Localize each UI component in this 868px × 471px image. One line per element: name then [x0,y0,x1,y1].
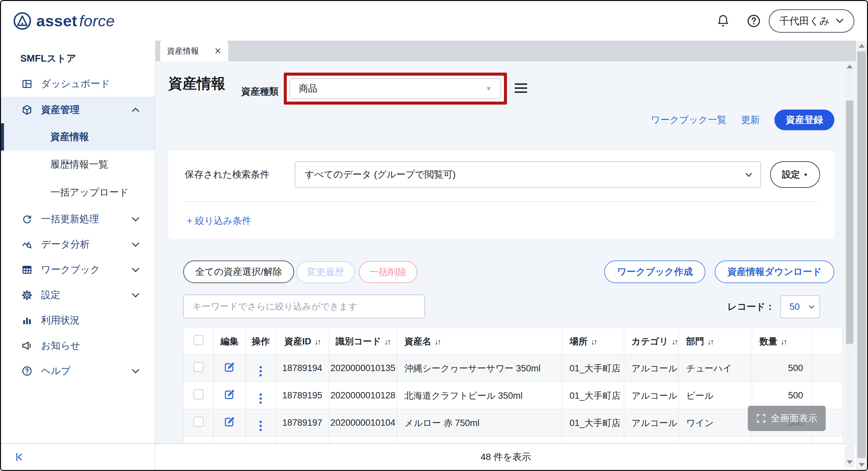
fullscreen-toggle-button[interactable]: 全画面表示 [748,406,826,431]
sort-icon[interactable]: ↓↑ [315,338,320,346]
col-quantity[interactable]: 数量↓↑ [752,328,812,355]
menu-hamburger-icon[interactable] [515,83,527,93]
cell-code: 2020000010104 [329,409,397,437]
scroll-down-arrow[interactable] [859,463,865,467]
edit-pencil-icon[interactable] [224,389,235,400]
sidebar-item-data-analysis[interactable]: データ分析 [1,232,155,257]
cell-location: 01_大手町店 [562,382,624,409]
sort-icon[interactable]: ↓↑ [384,338,390,346]
col-category[interactable]: カテゴリ↓↑ [624,328,679,355]
create-workbook-button[interactable]: ワークブック作成 [604,260,705,283]
app-window: assetforce 千代田くみ SMFLストア [0,0,868,471]
settings-button[interactable]: 設定 ▼ [770,161,820,188]
brand-word-force: force [79,12,115,30]
select-all-checkbox[interactable] [193,335,204,345]
brand-word-asset: asset [36,12,77,30]
gear-icon [20,288,34,302]
inner-scrollbar[interactable] [845,61,855,467]
sidebar-item-label: ダッシュボード [41,77,110,91]
kebab-menu-icon[interactable] [259,366,262,376]
collapse-sidebar-icon[interactable] [14,451,25,463]
scrollbar-thumb[interactable] [857,51,866,458]
sidebar-footer [1,444,156,470]
sidebar-item-bulk-update[interactable]: 一括更新処理 [1,207,155,232]
kebab-menu-icon[interactable] [259,421,262,431]
scroll-up-arrow[interactable] [847,65,853,68]
col-name[interactable]: 資産名↓↑ [397,328,562,355]
page-actions: ワークブック一覧 更新 資産登録 [651,109,834,131]
sort-icon[interactable]: ↓↑ [435,338,440,346]
change-history-button[interactable]: 変更履歴 [296,261,355,283]
select-all-assets-button[interactable]: 全ての資産選択/解除 [183,260,294,283]
sidebar-item-label: 資産管理 [41,103,80,117]
chevron-down-icon [745,170,752,177]
col-code[interactable]: 識別コード↓↑ [329,328,397,355]
kebab-menu-icon[interactable] [259,394,262,404]
tab-asset-info[interactable]: 資産情報 ✕ [160,41,228,61]
sidebar-item-asset-management[interactable]: 資産管理 [1,97,155,123]
notifications-bell-icon[interactable] [716,1,730,41]
sidebar-item-workbook[interactable]: ワークブック [1,257,155,282]
sidebar-item-bulk-upload[interactable]: 一括アップロード [1,179,155,207]
sort-icon[interactable]: ↓↑ [672,338,678,346]
table-header-row: 編集 操作 資産ID↓↑ 識別コード↓↑ 資産名↓↑ 場所↓↑ カテゴリ↓↑ 部… [184,328,843,355]
page-title: 資産情報 [168,74,225,93]
keyword-search-input[interactable] [183,294,425,318]
edit-pencil-icon[interactable] [224,416,235,427]
row-checkbox[interactable] [193,389,204,399]
col-asset-id[interactable]: 資産ID↓↑ [276,328,329,355]
cell-category: アルコール [624,355,679,382]
cell-asset-id: 18789195 [276,382,329,409]
megaphone-icon [20,339,34,352]
window-scrollbar[interactable] [856,41,867,470]
user-name: 千代田くみ [779,14,830,28]
chevron-down-icon [131,242,140,248]
sidebar-item-label: 履歴情報一覧 [50,158,108,171]
col-spacer [812,328,843,355]
asset-type-select[interactable]: 商品 ▼ [289,78,501,99]
scroll-up-arrow[interactable] [859,44,865,48]
sidebar-item-notice[interactable]: お知らせ [1,333,155,358]
sort-icon[interactable]: ↓↑ [591,338,596,346]
asset-register-button[interactable]: 資産登録 [774,109,834,130]
sidebar-item-settings[interactable]: 設定 [1,282,155,308]
refresh-link[interactable]: 更新 [741,114,760,126]
bulk-delete-button[interactable]: 一括削除 [359,261,417,283]
table-row: 18789194 2020000010135 沖縄シークヮーサーサワー 350m… [184,355,843,382]
sidebar-item-dashboard[interactable]: ダッシュボード [1,71,155,97]
scrollbar-thumb[interactable] [846,101,854,344]
col-location[interactable]: 場所↓↑ [562,328,624,355]
sidebar-item-history-list[interactable]: 履歴情報一覧 [1,151,155,179]
records-select[interactable]: 50 [780,295,820,318]
sidebar-item-label: ヘルプ [41,365,71,378]
sidebar-item-usage[interactable]: 利用状況 [1,308,155,333]
edit-pencil-icon[interactable] [224,362,235,373]
cell-location: 01_大手町店 [562,355,624,382]
download-asset-info-button[interactable]: 資産情報ダウンロード [715,260,834,283]
col-department[interactable]: 部門↓↑ [679,328,752,355]
cell-code: 2020000010128 [329,382,397,409]
row-checkbox[interactable] [193,417,204,427]
close-icon[interactable]: ✕ [214,46,221,56]
saved-search-select[interactable]: すべてのデータ (グループで閲覧可) [295,161,761,188]
scroll-down-arrow[interactable] [847,460,853,464]
sidebar-item-label: 利用状況 [41,314,80,327]
saved-search-card: 保存された検索条件 すべてのデータ (グループで閲覧可) 設定 ▼ + 絞り込み… [168,151,834,239]
user-menu-button[interactable]: 千代田くみ [769,9,854,33]
chevron-down-icon [131,368,140,374]
row-checkbox[interactable] [193,362,204,372]
caret-down-icon: ▼ [485,85,492,93]
package-icon [20,103,34,117]
help-icon[interactable] [746,1,761,41]
bottom-bar: 48 件を表示 [1,443,856,470]
filter-conditions-link[interactable]: + 絞り込み条件 [187,215,251,227]
cell-spacer [812,382,843,409]
sort-icon[interactable]: ↓↑ [708,338,713,346]
table-actions: ワークブック作成 資産情報ダウンロード [604,260,834,283]
sort-icon[interactable]: ↓↑ [781,338,786,346]
sidebar-item-asset-info[interactable]: 資産情報 [1,123,155,151]
brand-logo-icon [13,12,32,30]
sidebar-item-help[interactable]: ヘルプ [1,358,155,384]
chevron-down-icon [131,216,140,222]
workbook-list-link[interactable]: ワークブック一覧 [651,114,726,126]
